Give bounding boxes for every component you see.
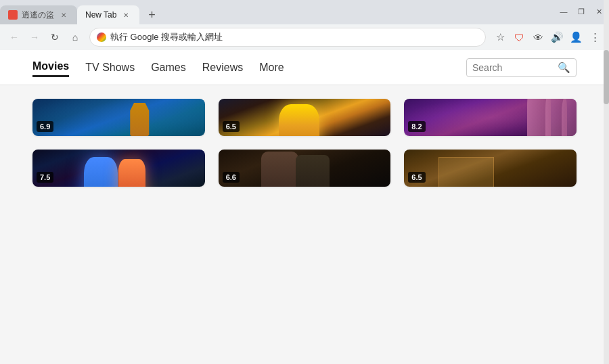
scrollbar-track[interactable] xyxy=(604,0,609,364)
movie-card-bumblebee[interactable]: 6.5 Bumblebee: The Movie Votes: 999 xyxy=(219,99,391,136)
tab2-close[interactable]: ✕ xyxy=(120,9,131,20)
browser-toolbar: ← → ↻ ⌂ 執行 Google 搜尋或輸入網址 ☆ 🛡 👁 🔊 👤 ⋮ xyxy=(0,24,609,50)
movie-card-bohemian[interactable]: 8.2 Bohemian Rhapsody Votes: 4168 xyxy=(404,99,577,136)
movie-card-room[interactable]: 6.5 The Haunting of Hill House Votes: 33… xyxy=(404,150,577,187)
home-button[interactable]: ⌂ xyxy=(66,28,84,46)
movie-grid: 6.9 Aquaman Votes: 3071 6.5 Bumblebee: T… xyxy=(0,85,609,200)
rating-badge-bohemian: 8.2 xyxy=(408,121,425,132)
rating-badge-room: 6.5 xyxy=(408,172,425,183)
nav-tabs: Movies TV Shows Games Reviews More xyxy=(32,58,284,77)
tab2-title: New Tab xyxy=(85,10,116,20)
browser-tab-2[interactable]: New Tab ✕ xyxy=(77,5,139,24)
maximize-button[interactable]: ❐ xyxy=(574,4,589,19)
rating-badge-dragonball: 7.5 xyxy=(37,172,53,183)
shield-icon[interactable]: 🛡 xyxy=(510,28,528,46)
reload-button[interactable]: ↻ xyxy=(46,28,64,46)
rating-badge-aquaman: 6.9 xyxy=(37,121,53,132)
bookmark-icon[interactable]: ☆ xyxy=(491,28,509,46)
nav-tab-tv-shows[interactable]: TV Shows xyxy=(85,59,135,76)
movie-poster-bumblebee: 6.5 xyxy=(219,99,391,136)
rating-badge-creed: 6.6 xyxy=(223,172,240,183)
nav-tab-more[interactable]: More xyxy=(259,59,284,76)
movie-card-creed[interactable]: 6.6 Creed II Votes: 2150 xyxy=(219,150,391,187)
google-favicon xyxy=(97,32,106,42)
movie-card-dragonball[interactable]: 7.5 Dragon Ball Super: Broly Votes: 1240 xyxy=(32,150,205,187)
nav-tab-movies[interactable]: Movies xyxy=(32,58,69,77)
nav-tab-reviews[interactable]: Reviews xyxy=(202,59,243,76)
address-bar[interactable]: 執行 Google 搜尋或輸入網址 xyxy=(89,28,486,47)
media-icon[interactable]: 🔊 xyxy=(548,28,566,46)
aquaman-figure xyxy=(126,103,153,137)
movie-card-aquaman[interactable]: 6.9 Aquaman Votes: 3071 xyxy=(32,99,205,136)
page-content: Movies TV Shows Games Reviews More 🔍 6.9 xyxy=(0,50,609,364)
face-3 xyxy=(562,99,577,136)
profile-icon[interactable]: 👤 xyxy=(567,28,585,46)
minimize-button[interactable]: — xyxy=(556,4,571,19)
movie-poster-room: 6.5 xyxy=(404,150,577,187)
tab1-favicon xyxy=(8,10,18,20)
movie-poster-bohemian: 8.2 xyxy=(404,99,577,136)
new-tab-button[interactable]: + xyxy=(142,5,161,24)
search-icon: 🔍 xyxy=(558,62,570,74)
address-text: 執行 Google 搜尋或輸入網址 xyxy=(110,31,478,43)
forward-button[interactable]: → xyxy=(26,28,43,46)
movie-poster-creed: 6.6 xyxy=(219,150,391,187)
movie-poster-aquaman: 6.9 xyxy=(32,99,205,136)
toolbar-icons: ☆ 🛡 👁 🔊 👤 ⋮ xyxy=(491,28,604,46)
nav-tab-games[interactable]: Games xyxy=(151,59,186,76)
rating-badge-bumblebee: 6.5 xyxy=(223,121,240,132)
account-icon[interactable]: 👁 xyxy=(529,28,547,46)
browser-window: 逍遙の盜 ✕ New Tab ✕ + — ❐ ✕ ← → ↻ ⌂ xyxy=(0,0,609,364)
nav-bar: Movies TV Shows Games Reviews More 🔍 xyxy=(0,50,609,85)
scrollbar-thumb[interactable] xyxy=(604,50,609,104)
browser-frame: 逍遙の盜 ✕ New Tab ✕ + — ❐ ✕ ← → ↻ ⌂ xyxy=(0,0,609,50)
browser-tab-1[interactable]: 逍遙の盜 ✕ xyxy=(0,5,77,24)
search-box[interactable]: 🔍 xyxy=(466,58,577,77)
search-input[interactable] xyxy=(472,62,554,73)
tab1-title: 逍遙の盜 xyxy=(22,9,54,21)
tab1-close[interactable]: ✕ xyxy=(58,9,69,20)
faces-silhouette xyxy=(404,99,577,136)
back-button[interactable]: ← xyxy=(5,28,23,46)
movie-poster-dragonball: 7.5 xyxy=(32,150,205,187)
menu-icon[interactable]: ⋮ xyxy=(586,28,604,46)
